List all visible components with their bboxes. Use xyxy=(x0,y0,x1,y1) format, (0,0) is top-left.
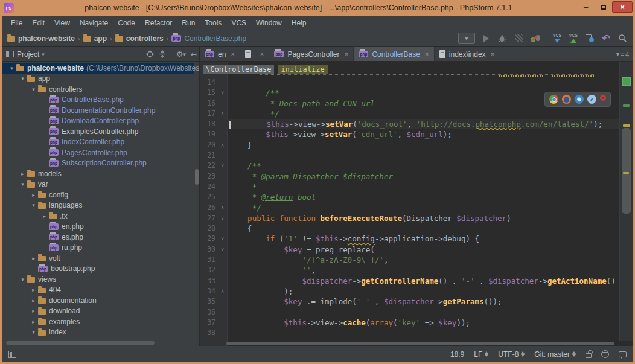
run-button[interactable] xyxy=(480,33,491,45)
code-line-36[interactable]: 36 xyxy=(200,307,619,318)
code-line-26[interactable]: 26∧ */ xyxy=(200,203,619,213)
tab-ControllerBase[interactable]: phpControllerBase× xyxy=(354,47,434,61)
tree-item-DownloadController.php[interactable]: phpDownloadController.php xyxy=(2,116,194,127)
code-line-22[interactable]: 22∨ /** xyxy=(200,161,619,171)
editor-horizontal-scrollbar[interactable] xyxy=(226,342,614,345)
debug-button[interactable] xyxy=(497,33,508,45)
line-ending-selector[interactable]: LF xyxy=(474,350,488,359)
close-button[interactable]: × xyxy=(612,1,633,13)
vcs-update-button[interactable]: VCS xyxy=(552,33,563,45)
menu-navigate[interactable]: Navigate xyxy=(75,17,113,29)
expanded-arrow-icon[interactable]: ▾ xyxy=(29,202,38,208)
code-line-18[interactable]: 18 $this->view->setVar('docs_root', 'htt… xyxy=(200,119,619,129)
tab-close-icon[interactable]: × xyxy=(344,50,348,59)
maximize-button[interactable] xyxy=(595,1,612,13)
chrome-icon[interactable] xyxy=(549,95,558,104)
tree-item-SubscriptionController.php[interactable]: phpSubscriptionController.php xyxy=(2,158,194,169)
tab-en[interactable]: phpen× xyxy=(200,47,240,61)
settings-button[interactable]: ⚙▾ xyxy=(176,49,186,59)
collapse-all-button[interactable] xyxy=(159,50,166,58)
tree-item-en.php[interactable]: phpen.php xyxy=(2,222,194,232)
code-line-24[interactable]: 24 * xyxy=(200,182,619,192)
coverage-button[interactable] xyxy=(513,33,524,45)
menu-run[interactable]: Run xyxy=(177,17,200,29)
minimize-button[interactable]: – xyxy=(577,1,595,13)
search-everywhere-button[interactable] xyxy=(617,33,628,45)
tree-item-ExamplesController.php[interactable]: phpExamplesController.php xyxy=(2,126,194,137)
tree-item-models[interactable]: ▸models xyxy=(2,168,194,179)
collapsed-arrow-icon[interactable]: ▸ xyxy=(29,308,38,314)
event-log-bubble-icon[interactable] xyxy=(619,351,627,357)
code-line-34[interactable]: 34∧ ); xyxy=(200,286,619,296)
tree-item-app[interactable]: ▾app xyxy=(2,74,194,85)
tab-close-icon[interactable]: × xyxy=(231,50,235,59)
fold-marker-icon[interactable]: ∨ xyxy=(218,244,227,255)
project-panel-title[interactable]: Project xyxy=(17,50,39,59)
safari-icon[interactable] xyxy=(575,95,584,104)
scrollbar-mark-warning[interactable] xyxy=(623,172,629,174)
expanded-arrow-icon[interactable]: ▾ xyxy=(18,181,27,187)
tree-item-ControllerBase.php[interactable]: phpControllerBase.php xyxy=(2,95,194,106)
menu-vcs[interactable]: VCS xyxy=(226,17,251,29)
menu-edit[interactable]: Edit xyxy=(27,17,49,29)
code-line-23[interactable]: 23 * @param Dispatcher $dispatcher xyxy=(200,171,619,182)
tree-item-PagesController.php[interactable]: phpPagesController.php xyxy=(2,147,194,158)
code-line-30[interactable]: 30∨ $key = preg_replace( xyxy=(200,244,619,255)
code-line-25[interactable]: 25 * @return bool xyxy=(200,192,619,202)
breadcrumb-app[interactable]: app xyxy=(83,34,107,43)
collapsed-arrow-icon[interactable]: ▸ xyxy=(29,319,38,325)
firefox-icon[interactable] xyxy=(562,95,571,104)
code-line-35[interactable]: 35 $key .= implode('-' , $dispatcher->ge… xyxy=(200,296,619,307)
readonly-lock-icon[interactable] xyxy=(586,353,592,358)
menu-help[interactable]: Help xyxy=(287,17,311,29)
code-line-20[interactable]: 20∧ } xyxy=(200,140,619,150)
title-bar[interactable]: PS phalcon-website - [C:\Users\Bruno\Dro… xyxy=(0,0,635,16)
git-branch-selector[interactable]: Git: master xyxy=(534,350,576,359)
tab-close-icon[interactable]: × xyxy=(260,50,264,59)
code-line-27[interactable]: 27∨ public function beforeExecuteRoute(D… xyxy=(200,213,619,223)
tab-unnamed[interactable]: × xyxy=(240,47,269,61)
collapsed-arrow-icon[interactable]: ▸ xyxy=(40,213,49,219)
tab-close-icon[interactable]: × xyxy=(491,50,495,59)
menu-view[interactable]: View xyxy=(49,17,75,29)
fold-marker-icon[interactable]: ∧ xyxy=(218,109,227,119)
code-line-14[interactable]: 14 xyxy=(200,77,619,88)
code-line-32[interactable]: 32 '', xyxy=(200,265,619,275)
tree-item-config[interactable]: ▸config xyxy=(2,190,194,200)
fold-marker-icon[interactable]: ∧ xyxy=(218,286,227,296)
expanded-arrow-icon[interactable]: ▾ xyxy=(18,276,27,283)
project-horizontal-scrollbar[interactable] xyxy=(6,341,155,345)
menu-tools[interactable]: Tools xyxy=(200,17,226,29)
tree-item-ru.php[interactable]: phpru.php xyxy=(2,243,194,254)
code-line-33[interactable]: 33 $dispatcher->getControllerName() . '-… xyxy=(200,276,619,286)
breadcrumb-controllers[interactable]: controllers xyxy=(115,34,164,43)
tab-index\index[interactable]: index\index× xyxy=(435,47,500,61)
tree-item-views[interactable]: ▾views xyxy=(2,274,194,285)
code-line-31[interactable]: 31 '/[^a-zA-Z0-9\_]/', xyxy=(200,255,619,265)
tree-item-404[interactable]: ▸404 xyxy=(2,285,194,296)
menu-window[interactable]: Window xyxy=(251,17,287,29)
code-line-28[interactable]: 28 { xyxy=(200,223,619,234)
expanded-arrow-icon[interactable]: ▾ xyxy=(29,329,38,335)
code-line-38[interactable]: 38 xyxy=(200,328,619,338)
scrollbar-mark-green[interactable] xyxy=(623,104,630,107)
hide-panel-button[interactable]: ↤ xyxy=(191,50,197,59)
tree-item-languages[interactable]: ▾languages xyxy=(2,200,194,211)
code-line-37[interactable]: 37 $this->view->cache(array('key' => $ke… xyxy=(200,318,619,328)
breadcrumb-ControllerBase.php[interactable]: phpControllerBase.php xyxy=(171,34,246,43)
expanded-arrow-icon[interactable]: ▾ xyxy=(18,75,27,81)
tree-item-index[interactable]: ▾index xyxy=(2,327,194,338)
tree-item-es.php[interactable]: phpes.php xyxy=(2,232,194,243)
project-view-dropdown[interactable]: ▾ xyxy=(42,51,45,57)
fold-marker-icon[interactable]: ∨ xyxy=(218,88,227,98)
expanded-arrow-icon[interactable]: ▾ xyxy=(29,86,38,92)
tree-item-examples[interactable]: ▸examples xyxy=(2,316,194,327)
tree-item-documentation[interactable]: ▸documentation xyxy=(2,295,194,306)
menu-refactor[interactable]: Refactor xyxy=(140,17,177,29)
toolwindow-toggle-icon[interactable] xyxy=(8,351,16,358)
tree-item-phalcon-website[interactable]: ▾phalcon-website(C:\Users\Bruno\Dropbox\… xyxy=(2,63,194,74)
tree-item-download[interactable]: ▸download xyxy=(2,306,194,317)
caret-position[interactable]: 18:9 xyxy=(450,350,464,359)
run-config-dropdown-button[interactable]: ▼ xyxy=(458,33,475,45)
opera-icon[interactable] xyxy=(600,95,606,101)
